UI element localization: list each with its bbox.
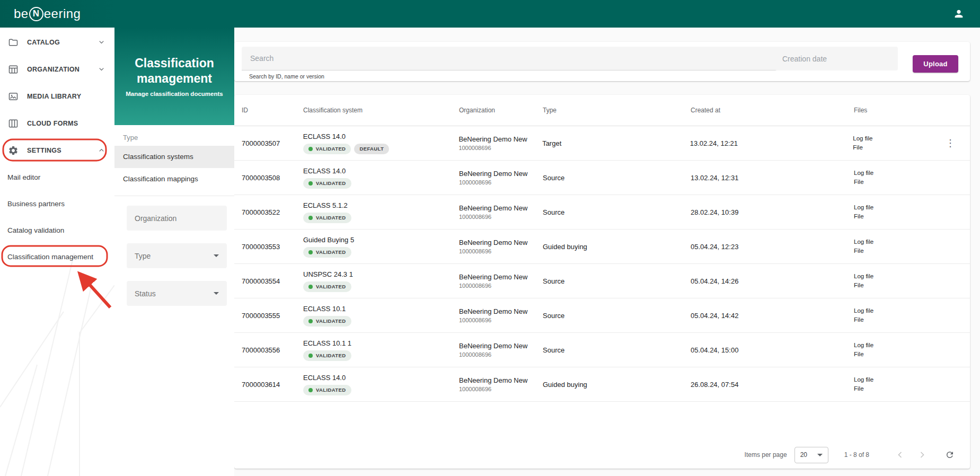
nav-classification-systems[interactable]: Classification systems [114,146,234,168]
file-link[interactable]: File [854,212,938,221]
table-row[interactable]: 7000003555 ECLASS 10.1 VALIDATED BeNeeri… [234,298,970,333]
organization-id: 1000008696 [459,179,537,186]
organization-icon [8,64,20,75]
file-link[interactable]: File [854,315,938,324]
log-file-link[interactable]: Log file [854,341,938,350]
classification-system-name: UNSPSC 24.3 1 [303,270,454,278]
row-created-at: 26.08.24, 07:54 [691,381,854,389]
account-button[interactable] [951,6,966,21]
file-link[interactable]: File [854,350,938,359]
file-link[interactable]: File [854,384,938,393]
sidebar-item-cloud-forms[interactable]: CLOUD FORMS [0,110,114,137]
file-link[interactable]: File [854,178,938,187]
classification-system-name: ECLASS 10.1 1 [303,339,454,347]
sidebar-item-catalog[interactable]: CATALOG [0,29,114,56]
logo-n-circle: N [29,7,43,21]
validated-badge: VALIDATED [303,213,351,223]
log-file-link[interactable]: Log file [854,203,938,212]
folder-icon [8,37,20,48]
sidebar-item-organization[interactable]: ORGANIZATION [0,56,114,83]
log-file-link[interactable]: Log file [854,272,938,281]
chevron-up-icon [98,146,106,155]
page-size-select[interactable]: 20 [794,447,828,463]
column-header-type: Type [543,107,691,114]
badge-label: VALIDATED [316,352,346,358]
sidebar-item-catalog-validation[interactable]: Catalog validation [0,217,114,243]
table-row[interactable]: 7000003554 UNSPSC 24.3 1 VALIDATED BeNee… [234,264,970,298]
row-created-at: 13.02.24, 12:31 [691,174,854,182]
sidebar-item-label: ORGANIZATION [27,66,90,73]
previous-page-button[interactable] [893,447,907,462]
upload-button[interactable]: Upload [913,55,958,73]
sidebar-item-media-library[interactable]: MEDIA LIBRARY [0,83,114,110]
log-file-link[interactable]: Log file [853,134,937,143]
organization-filter-input[interactable]: Organization [127,206,227,231]
next-page-button[interactable] [915,447,930,462]
log-file-link[interactable]: Log file [854,237,938,246]
row-id: 7000003508 [242,174,303,182]
row-files: Log file File [854,237,943,256]
type-filter-label: Type [135,252,151,260]
table-row[interactable]: 7000003553 Guided Buying 5 VALIDATED BeN… [234,230,970,264]
file-link[interactable]: File [854,246,938,255]
row-system: ECLASS 10.1 1 VALIDATED [303,339,459,361]
organization-name: BeNeering Demo New [458,135,537,143]
app-window: beNeering CATALOG [0,0,980,476]
row-type: Guided buying [543,243,691,251]
refresh-button[interactable] [942,447,957,462]
log-file-link[interactable]: Log file [854,375,938,384]
badge-label: VALIDATED [316,249,346,255]
type-filter-select[interactable]: Type [127,243,227,268]
row-files: Log file File [854,169,943,187]
file-link[interactable]: File [854,281,938,290]
organization-name: BeNeering Demo New [459,342,537,350]
organization-id: 1000008696 [458,145,537,151]
column-header-organization: Organization [459,107,543,114]
sidebar-item-label: SETTINGS [27,147,90,154]
table-row[interactable]: 7000003556 ECLASS 10.1 1 VALIDATED BeNee… [234,333,970,367]
row-files: Log file File [854,306,943,325]
chevron-down-icon [98,38,106,47]
row-type: Source [543,277,691,285]
chevron-down-icon [98,65,106,74]
row-system: ECLASS 14.0 VALIDATED DEFAULT [303,133,459,154]
row-organization: BeNeering Demo New 1000008696 [459,204,543,220]
badge-label: VALIDATED [316,180,346,186]
sidebar-item-classification-management[interactable]: Classification management [0,243,114,270]
log-file-link[interactable]: Log file [854,169,938,178]
sidebar-item-settings[interactable]: SETTINGS [0,137,114,164]
organization-name: BeNeering Demo New [459,239,537,246]
row-actions-menu-icon[interactable]: ⋮ [942,136,958,150]
organization-name: BeNeering Demo New [459,170,537,178]
page-size-value: 20 [800,451,807,459]
row-files: Log file File [854,341,943,359]
log-file-link[interactable]: Log file [854,306,938,315]
validated-badge: VALIDATED [303,316,351,327]
row-created-at: 05.04.24, 14:26 [691,277,854,285]
top-app-bar: beNeering [0,0,980,28]
nav-classification-mappings[interactable]: Classification mappings [114,168,234,190]
table-row[interactable]: 7000003522 ECLASS 5.1.2 VALIDATED BeNeer… [234,195,970,230]
main-content: Search by ID, name or version Upload ID … [234,28,980,476]
search-input[interactable] [242,47,778,70]
search-card: Search by ID, name or version Upload [234,42,970,81]
status-dot [308,181,313,186]
organization-filter-label: Organization [135,214,176,223]
badge-label: VALIDATED [316,318,346,324]
table-row[interactable]: 7000003614 ECLASS 14.0 VALIDATED BeNeeri… [234,367,970,402]
status-dot [308,216,313,220]
row-files: Log file File [854,272,943,290]
status-filter-select[interactable]: Status [127,281,227,306]
file-link[interactable]: File [853,143,937,152]
organization-name: BeNeering Demo New [459,273,537,281]
sidebar-item-business-partners[interactable]: Business partners [0,190,114,217]
dropdown-caret-icon [817,454,823,456]
table-card: ID Classification system Organization Ty… [234,95,970,469]
badge-label: VALIDATED [316,387,346,393]
row-created-at: 13.02.24, 12:21 [690,139,853,147]
sidebar-item-mail-editor[interactable]: Mail editor [0,164,114,190]
organization-id: 1000008696 [459,386,537,392]
creation-date-input[interactable] [775,47,898,70]
table-row[interactable]: 7000003507 ECLASS 14.0 VALIDATED DEFAULT… [234,126,970,161]
table-row[interactable]: 7000003508 ECLASS 14.0 VALIDATED BeNeeri… [234,161,970,195]
